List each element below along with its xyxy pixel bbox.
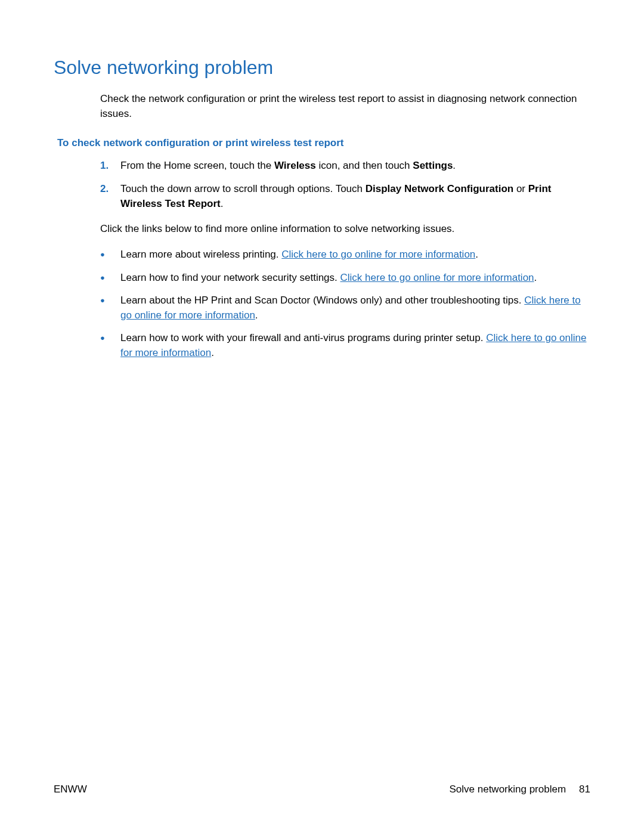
text: . <box>534 272 537 283</box>
list-item: ● Learn how to find your network securit… <box>100 271 590 286</box>
step-number: 2. <box>100 182 120 211</box>
text: Touch the down arrow to scroll through o… <box>120 183 366 194</box>
text: or <box>513 183 528 194</box>
step-item: 2. Touch the down arrow to scroll throug… <box>100 182 590 211</box>
list-body: Learn more about wireless printing. Clic… <box>120 247 590 262</box>
text: Learn about the HP Print and Scan Doctor… <box>120 295 524 306</box>
text: From the Home screen, touch the <box>120 160 274 171</box>
list-item: ● Learn more about wireless printing. Cl… <box>100 247 590 262</box>
bold-text: Display Network Configuration <box>366 183 513 194</box>
bullet-icon: ● <box>100 271 120 286</box>
text: . <box>255 309 258 321</box>
text: Learn how to work with your firewall and… <box>120 332 486 343</box>
bullet-icon: ● <box>100 247 120 262</box>
numbered-steps: 1. From the Home screen, touch the Wirel… <box>100 159 590 211</box>
footer-left: ENWW <box>54 782 87 797</box>
bold-text: Wireless <box>274 160 316 171</box>
step-item: 1. From the Home screen, touch the Wirel… <box>100 159 590 174</box>
bullet-list: ● Learn more about wireless printing. Cl… <box>100 247 590 361</box>
text: icon, and then touch <box>316 160 413 171</box>
text: . <box>211 347 214 358</box>
list-item: ● Learn how to work with your firewall a… <box>100 331 590 360</box>
footer-section-label: Solve networking problem <box>449 782 566 797</box>
text: Learn how to find your network security … <box>120 272 340 283</box>
transition-paragraph: Click the links below to find more onlin… <box>100 222 590 237</box>
page-title: Solve networking problem <box>54 54 590 81</box>
link-network-security[interactable]: Click here to go online for more informa… <box>340 272 534 283</box>
page-footer: ENWW Solve networking problem 81 <box>54 782 590 797</box>
list-body: Learn how to find your network security … <box>120 271 590 286</box>
text: . <box>475 249 478 260</box>
list-item: ● Learn about the HP Print and Scan Doct… <box>100 293 590 323</box>
bold-text: Settings <box>413 160 453 171</box>
list-body: Learn about the HP Print and Scan Doctor… <box>120 293 590 323</box>
list-body: Learn how to work with your firewall and… <box>120 331 590 360</box>
step-number: 1. <box>100 159 120 174</box>
link-learn-more-wireless[interactable]: Click here to go online for more informa… <box>281 249 475 260</box>
step-body: From the Home screen, touch the Wireless… <box>120 159 590 174</box>
intro-paragraph: Check the network configuration or print… <box>100 92 590 121</box>
section-subhead: To check network configuration or print … <box>57 136 590 151</box>
bullet-icon: ● <box>100 331 120 360</box>
step-body: Touch the down arrow to scroll through o… <box>120 182 590 211</box>
text: . <box>453 160 456 171</box>
footer-right: Solve networking problem 81 <box>449 782 590 797</box>
footer-page-number: 81 <box>579 782 590 797</box>
text: Learn more about wireless printing. <box>120 249 281 260</box>
text: . <box>221 198 224 209</box>
bullet-icon: ● <box>100 293 120 323</box>
